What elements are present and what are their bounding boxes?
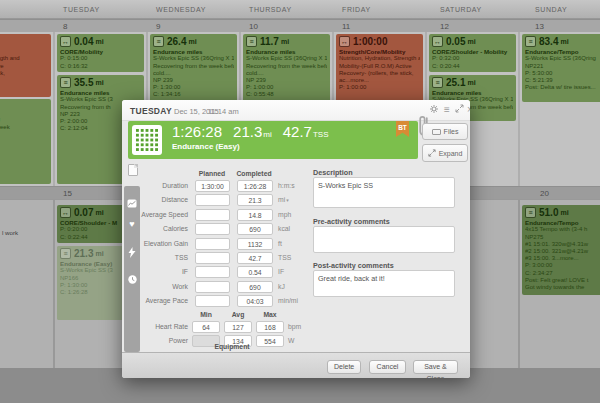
card-line: R.O.M] Active	[0, 63, 48, 70]
expand-arrows-icon	[428, 149, 436, 157]
stat-label: Average Speed	[122, 209, 188, 221]
files-button[interactable]: Files	[422, 123, 468, 140]
planned-input[interactable]	[195, 180, 230, 192]
card-title: Endurance/Tempo	[525, 219, 600, 226]
completed-input[interactable]	[237, 238, 273, 250]
planned-input[interactable]	[195, 194, 230, 206]
day-header-row: TUESDAY WEDNESDAY THURSDAY FRIDAY SATURD…	[0, 0, 600, 19]
stat-label: Elevation Gain	[122, 238, 188, 250]
stat-label: Work	[122, 281, 188, 293]
workout-card-endurance-sun2[interactable]: ≡51.0mi Endurance/Tempo 4x15 Tempo with …	[522, 205, 600, 295]
avg-input[interactable]	[224, 321, 252, 333]
day-number: 12	[440, 22, 449, 31]
planned-input[interactable]	[195, 281, 230, 293]
modal-footer: Delete Cancel Save & Close	[122, 352, 470, 378]
cancel-button[interactable]: Cancel	[369, 360, 406, 374]
planned-input[interactable]	[195, 223, 230, 235]
card-value: ≡25.1mi	[432, 77, 513, 88]
delete-button[interactable]: Delete	[327, 360, 361, 374]
card-line: C: 0:20:44	[432, 63, 513, 70]
completed-input[interactable]	[237, 252, 273, 264]
stat-label: Heart Rate	[122, 321, 188, 333]
description-textarea[interactable]: S-Works Epic SS	[313, 177, 455, 208]
stat-label: Distance	[122, 194, 188, 206]
day-header-wednesday: WEDNESDAY	[156, 6, 206, 13]
workout-list-icon: ≡	[60, 248, 71, 259]
post-activity-textarea[interactable]: Great ride, back at it!	[313, 270, 455, 297]
card-value: ≡26.4mi	[153, 36, 234, 47]
planned-input[interactable]	[195, 238, 230, 250]
stat-unit: mph	[278, 209, 291, 221]
avg-column-header: Avg	[224, 311, 252, 318]
card-line	[0, 131, 48, 138]
card-line: ration, Strength and	[0, 55, 48, 62]
pre-activity-textarea[interactable]	[313, 226, 455, 253]
completed-input[interactable]	[237, 180, 273, 192]
max-input[interactable]	[256, 321, 284, 333]
min-input[interactable]	[192, 321, 220, 333]
completed-input[interactable]	[237, 194, 273, 206]
stat-unit: bpm	[288, 321, 301, 333]
max-column-header: Max	[256, 311, 284, 318]
completed-input[interactable]	[237, 266, 273, 278]
workout-subtitle: Endurance (Easy)	[172, 142, 240, 151]
card-line: cold....	[246, 70, 327, 77]
card-title: Endurance miles	[246, 48, 327, 55]
stat-unit-dropdown[interactable]: mi▾	[278, 194, 289, 206]
card-line: Got windy towards the	[525, 284, 600, 291]
card-value: ↔0.04mi	[60, 36, 141, 47]
close-icon[interactable]: ×	[464, 104, 470, 116]
planned-input[interactable]	[195, 295, 230, 307]
day-number: 11	[342, 22, 350, 31]
week1-number-strip: 8 9 10 11 12 13	[0, 19, 600, 32]
sticky-note-icon[interactable]	[128, 164, 138, 176]
workout-list-icon: ≡	[153, 36, 164, 47]
chevron-down-icon: ▾	[286, 197, 289, 203]
card-line: better!... :)	[0, 138, 48, 145]
planned-input[interactable]	[195, 252, 230, 264]
planned-input[interactable]	[195, 266, 230, 278]
card-title: CORE/Shoulder - Mobility	[432, 48, 513, 55]
stat-unit: TSS	[278, 252, 291, 264]
completed-input[interactable]	[237, 281, 273, 293]
completed-input[interactable]	[237, 295, 273, 307]
workout-card-core-sat[interactable]: ↔0.05mi CORE/Shoulder - Mobility P: 0:32…	[429, 34, 516, 72]
card-line: C: 1:34:16	[153, 91, 234, 98]
workout-card-core-tue[interactable]: ↔0.04mi CORE/Mobility P: 0:15:00C: 0:16:…	[57, 34, 144, 72]
expand-button[interactable]: Expand	[422, 144, 468, 162]
banner-tss: 42.7	[283, 123, 312, 140]
stat-unit: W	[288, 335, 294, 347]
card-line: 4x15 Tempo with (3-4 h	[525, 226, 600, 233]
bt-ribbon-badge[interactable]: BT	[396, 121, 409, 137]
card-line: S-Works Epic SS (36Qring X 18)	[246, 55, 327, 62]
day-number: 13	[535, 22, 544, 31]
card-line: #2 15:00. 321w@4.21w	[525, 248, 600, 255]
planned-input[interactable]	[195, 209, 230, 221]
menu-hamburger-icon[interactable]: ≡	[441, 104, 453, 116]
card-line: P: 1:00:00	[339, 84, 420, 91]
card-line: P: 1:30:00	[153, 84, 234, 91]
completed-input[interactable]	[237, 223, 273, 235]
card-title: Endurance miles	[432, 89, 513, 96]
card-line: Mobility-(Full R.O.M) Active	[339, 63, 420, 70]
workout-card-endurance-mon[interactable]: mi miles SS (36Qringg from the weekbette…	[0, 99, 51, 184]
day-cell[interactable]	[0, 200, 53, 368]
day-header-sunday: SUNDAY	[535, 6, 567, 13]
save-close-button[interactable]: Save & Close	[413, 360, 458, 374]
stat-label: Calories	[122, 223, 188, 235]
card-line: NP 239	[246, 77, 327, 84]
mobility-arrows-icon: ↔	[339, 36, 350, 47]
day-header-tuesday: TUESDAY	[63, 6, 100, 13]
card-line: Post: Delta w/ tire issues...	[525, 84, 600, 91]
card-line: P: 1:00:00	[246, 84, 327, 91]
completed-input[interactable]	[237, 209, 273, 221]
mobility-arrows-icon: ↔	[60, 36, 71, 47]
trainingpeaks-calendar-screen: TUESDAY WEDNESDAY THURSDAY FRIDAY SATURD…	[0, 0, 600, 403]
workout-card-strength-mon[interactable]: :00 re/Mobility ration, Strength andR.O.…	[0, 34, 51, 97]
workout-card-endurance-sun[interactable]: ≡83.4mi Endurance/Tempo S-Works Epic SS …	[522, 34, 600, 102]
card-line: g from the week	[0, 124, 48, 131]
day-number: 9	[156, 22, 160, 31]
banner-tss-unit: TSS	[313, 130, 329, 139]
banner-duration: 1:26:28	[172, 123, 222, 140]
note-card-fragment[interactable]: l work	[2, 229, 18, 236]
